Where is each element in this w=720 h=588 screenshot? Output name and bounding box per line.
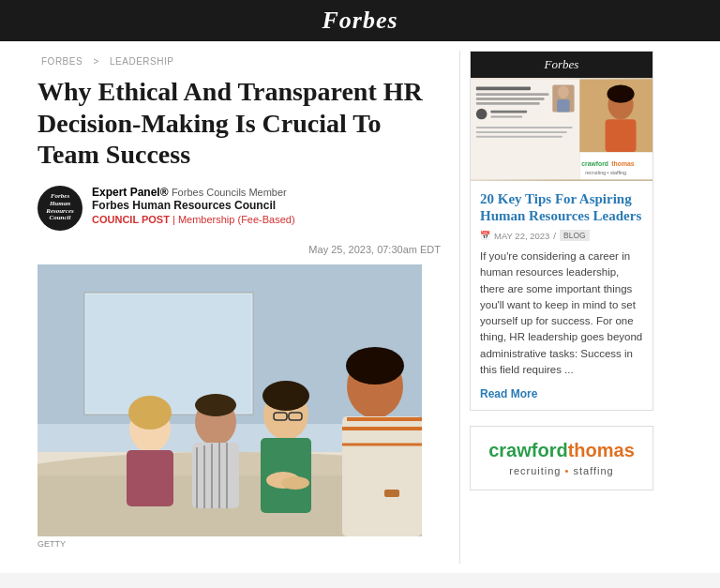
right-sidebar: Forbes xyxy=(460,41,667,573)
council-post: COUNCIL POST | Membership (Fee-Based) xyxy=(92,214,295,225)
forbes-logo[interactable]: Forbes xyxy=(322,7,398,35)
svg-rect-9 xyxy=(127,450,173,506)
svg-point-25 xyxy=(281,476,309,490)
breadcrumb: FORBES > LEADERSHIP xyxy=(38,56,441,67)
svg-point-8 xyxy=(128,396,172,430)
svg-rect-37 xyxy=(476,102,540,105)
svg-point-50 xyxy=(608,84,635,102)
calendar-icon: 📅 xyxy=(480,231,490,240)
article-image-wrap: GETTY xyxy=(38,264,441,549)
svg-point-38 xyxy=(476,109,488,120)
svg-rect-28 xyxy=(342,416,422,536)
sidebar-article-excerpt: If you're considering a career in human … xyxy=(480,249,643,378)
svg-point-11 xyxy=(195,394,236,416)
page-body: FORBES > LEADERSHIP Why Ethical And Tran… xyxy=(0,41,720,573)
svg-text:recruiting • staffing: recruiting • staffing xyxy=(585,170,626,175)
svg-point-19 xyxy=(262,381,309,411)
avatar: ForbesHumanResourcesCouncil xyxy=(38,186,82,231)
svg-rect-35 xyxy=(476,93,549,96)
author-info: Expert Panel® Forbes Councils Member For… xyxy=(92,186,295,225)
svg-rect-39 xyxy=(490,111,527,113)
sidebar-image-svg: crawford thomas recruiting • staffing xyxy=(471,78,652,181)
svg-point-42 xyxy=(558,85,569,98)
crawford-tagline: recruiting • staffing xyxy=(480,465,643,476)
author-section: ForbesHumanResourcesCouncil Expert Panel… xyxy=(38,186,441,231)
svg-rect-44 xyxy=(476,127,573,128)
author-badge: Expert Panel® Forbes Councils Member xyxy=(92,186,295,199)
main-column: FORBES > LEADERSHIP Why Ethical And Tran… xyxy=(0,41,459,573)
top-navigation: Forbes xyxy=(0,0,720,41)
advertisement-card: crawfordthomas recruiting • staffing xyxy=(470,426,653,490)
svg-text:crawford: crawford xyxy=(581,160,608,167)
sidebar-article-card: Forbes xyxy=(470,51,653,411)
sidebar-card-image: crawford thomas recruiting • staffing xyxy=(471,78,652,181)
article-date: May 25, 2023, 07:30am EDT xyxy=(38,244,441,255)
image-caption: GETTY xyxy=(38,539,441,549)
author-org[interactable]: Forbes Human Resources Council xyxy=(92,199,295,212)
sidebar-article-title[interactable]: 20 Key Tips For Aspiring Human Resources… xyxy=(480,190,643,224)
svg-rect-12 xyxy=(192,443,239,508)
svg-rect-46 xyxy=(476,136,562,138)
article-title: Why Ethical And Transparent HR Decision-… xyxy=(38,76,441,171)
svg-rect-4 xyxy=(86,294,251,413)
svg-rect-43 xyxy=(557,99,570,113)
svg-text:thomas: thomas xyxy=(611,160,634,167)
read-more-link[interactable]: Read More xyxy=(480,387,643,400)
sidebar-card-body: 20 Key Tips For Aspiring Human Resources… xyxy=(471,181,652,410)
svg-rect-32 xyxy=(384,490,399,497)
crawford-thomas-logo: crawfordthomas xyxy=(480,440,643,461)
sidebar-article-meta: 📅 MAY 22, 2023 / BLOG xyxy=(480,230,643,241)
svg-rect-36 xyxy=(476,98,545,100)
svg-rect-45 xyxy=(476,131,567,133)
svg-rect-40 xyxy=(490,115,522,117)
sidebar-forbes-label: Forbes xyxy=(471,52,652,78)
article-image-svg xyxy=(38,264,422,536)
article-image xyxy=(38,264,422,536)
svg-point-27 xyxy=(346,347,404,384)
svg-rect-34 xyxy=(476,86,531,90)
svg-rect-49 xyxy=(606,119,637,152)
